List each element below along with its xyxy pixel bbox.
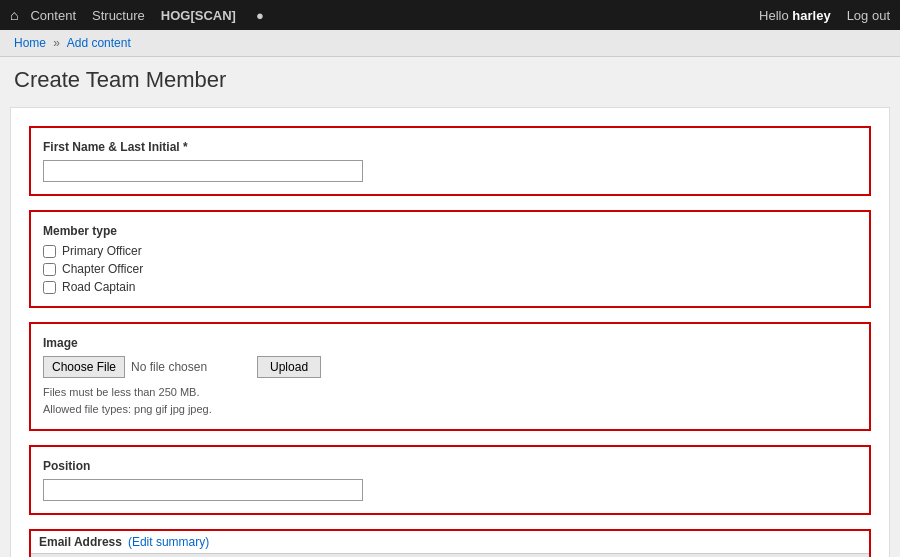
breadcrumb: Home » Add content bbox=[0, 30, 900, 57]
first-name-label: First Name & Last Initial * bbox=[43, 140, 857, 154]
checkbox-chapter-officer[interactable]: Chapter Officer bbox=[43, 262, 857, 276]
checkbox-chapter-officer-input[interactable] bbox=[43, 263, 56, 276]
checkbox-primary-officer[interactable]: Primary Officer bbox=[43, 244, 857, 258]
email-rte-section: Email Address (Edit summary) 🔗 🔗 🖼 ⊞ ⊞ ⊙… bbox=[29, 529, 871, 557]
file-info: Files must be less than 250 MB. Allowed … bbox=[43, 384, 857, 417]
breadcrumb-home[interactable]: Home bbox=[14, 36, 46, 50]
nav-content[interactable]: Content bbox=[30, 8, 76, 23]
checkbox-road-captain[interactable]: Road Captain bbox=[43, 280, 857, 294]
breadcrumb-add-content[interactable]: Add content bbox=[67, 36, 131, 50]
nav-structure[interactable]: Structure bbox=[92, 8, 145, 23]
member-type-section: Member type Primary Officer Chapter Offi… bbox=[29, 210, 871, 308]
position-input[interactable] bbox=[43, 479, 363, 501]
user-greeting: Hello harley bbox=[759, 8, 831, 23]
email-label: Email Address bbox=[39, 535, 122, 549]
member-type-checkboxes: Primary Officer Chapter Officer Road Cap… bbox=[43, 244, 857, 294]
choose-file-button[interactable]: Choose File bbox=[43, 356, 125, 378]
notification-dot: ● bbox=[256, 8, 264, 23]
breadcrumb-sep: » bbox=[53, 36, 60, 50]
position-section: Position bbox=[29, 445, 871, 515]
first-name-section: First Name & Last Initial * bbox=[29, 126, 871, 196]
image-section: Image Choose File No file chosen Upload … bbox=[29, 322, 871, 431]
main-content: First Name & Last Initial * Member type … bbox=[10, 107, 890, 557]
rte-toolbar-top: 🔗 🔗 🖼 ⊞ ⊞ ⊙ ≡ ≡ ⇤ ⇥ ⬅ ➡ ≡ ≡ ▭ bbox=[31, 553, 869, 557]
image-row: Choose File No file chosen Upload bbox=[43, 356, 857, 378]
member-type-label: Member type bbox=[43, 224, 857, 238]
hog-label[interactable]: HOG[SCAN] bbox=[161, 8, 236, 23]
position-label: Position bbox=[43, 459, 857, 473]
first-name-input[interactable] bbox=[43, 160, 363, 182]
user-section: Hello harley Log out bbox=[759, 8, 890, 23]
nav-links: Content Structure HOG[SCAN] ● bbox=[30, 8, 759, 23]
home-icon[interactable]: ⌂ bbox=[10, 7, 18, 23]
rte-label-bar: Email Address (Edit summary) bbox=[31, 531, 869, 553]
checkbox-road-captain-input[interactable] bbox=[43, 281, 56, 294]
page-title: Create Team Member bbox=[14, 67, 886, 93]
top-navigation: ⌂ Content Structure HOG[SCAN] ● Hello ha… bbox=[0, 0, 900, 30]
image-label: Image bbox=[43, 336, 857, 350]
page-title-area: Create Team Member bbox=[0, 57, 900, 107]
checkbox-primary-officer-input[interactable] bbox=[43, 245, 56, 258]
edit-summary-link[interactable]: (Edit summary) bbox=[128, 535, 209, 549]
upload-button[interactable]: Upload bbox=[257, 356, 321, 378]
file-chosen-label: No file chosen bbox=[131, 360, 251, 374]
logout-link[interactable]: Log out bbox=[847, 8, 890, 23]
